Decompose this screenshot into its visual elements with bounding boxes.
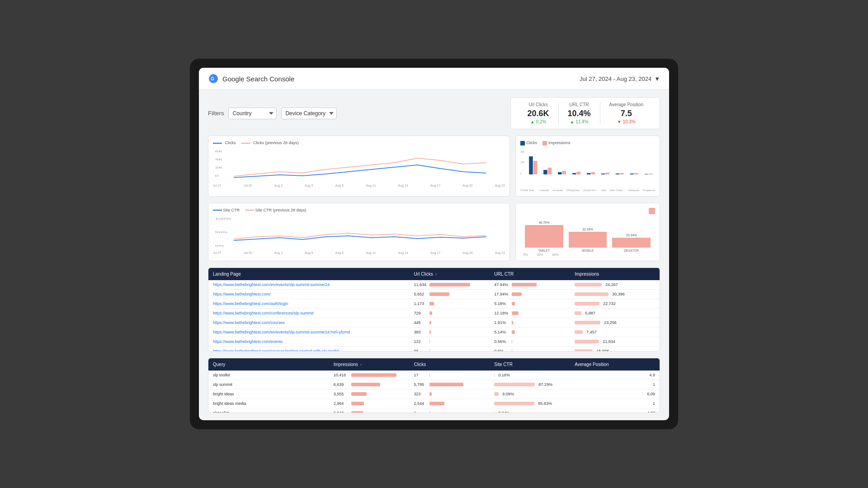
avg-pos-change: ▼ 10.3% (609, 119, 643, 124)
device-bars: 46.75% TABLET 32.28% MOBILE 20.34% (520, 216, 655, 252)
gsc-icon: G (208, 73, 219, 84)
url-ctr-metric: URL CTR 10.4% ▲ 11.4% (558, 102, 600, 124)
ctr-cell: 17.94% (494, 292, 575, 296)
svg-text:100%: 100% (215, 217, 231, 220)
country-x-labels: United Stat...CanadaAustraliaPhilippines… (520, 189, 655, 192)
table-row[interactable]: https://www.bethebrightest.com/ 5,652 17… (208, 290, 660, 299)
clicks-q-cell: 1 (414, 411, 495, 413)
svg-rect-25 (645, 174, 649, 174)
landing-page-cell: https://www.bethebrightest.com/ (213, 292, 414, 296)
avg-pos-col-header[interactable]: Average Position (575, 362, 655, 367)
table-row[interactable]: slptoolkit 2,848 1 0.04% 4.97 (208, 408, 660, 413)
svg-rect-17 (587, 173, 591, 174)
url-ctr-value: 10.4% (568, 109, 591, 118)
ctr-x-labels: Jul 27Jul 30Aug 2Aug 5Aug 8Aug 11Aug 14A… (213, 251, 505, 254)
date-range-picker[interactable]: Jul 27, 2024 - Aug 23, 2024 ▼ (580, 75, 660, 82)
clicks-cell: 383 (414, 330, 495, 334)
ctr-cell: 1.91% (494, 320, 575, 325)
url-ctr-change: ▲ 11.4% (568, 119, 591, 124)
impressions-cell: 21,834 (575, 339, 655, 344)
clicks-line-chart: Clicks Clicks (previous 28 days) 6K 4K 2… (208, 136, 510, 197)
landing-page-cell: https://www.bethebrightest.com/en/events… (213, 330, 414, 334)
table-row[interactable]: https://www.bethebrightest.com/courses 4… (208, 318, 660, 328)
date-range-text: Jul 27, 2024 - Aug 23, 2024 (580, 75, 651, 82)
impressions-q-cell: 3,555 (334, 392, 414, 396)
clicks-cell: 11,634 (414, 282, 495, 287)
table-row[interactable]: https://www.bethebrightest.com/courses/g… (208, 347, 660, 352)
url-clicks-metric: Url Clicks 20.6K ▲ 0.2% (518, 102, 558, 124)
landing-page-col-header[interactable]: Landing Page (213, 272, 414, 277)
query-table: Query Impressions ↑ Clicks Site CTR Aver… (208, 358, 660, 413)
filters-section: Filters Country United States Canada Aus… (208, 108, 337, 119)
landing-table-body: https://www.bethebrightest.com/en/events… (208, 280, 660, 352)
ctr-q-cell: 9.09% (494, 392, 575, 396)
table-row[interactable]: https://www.bethebrightest.com/en/events… (208, 280, 660, 290)
clicks-chart-area: 6K 4K 2K 0 (213, 147, 505, 183)
query-table-header: Query Impressions ↑ Clicks Site CTR Aver… (208, 358, 660, 371)
avg-pos-q-cell: 4.97 (575, 411, 655, 413)
query-cell: slp toolkit (213, 373, 334, 377)
filters-label: Filters (208, 110, 224, 117)
svg-rect-20 (605, 173, 609, 174)
clicks-q-col-header[interactable]: Clicks (414, 362, 495, 367)
clicks-chart-legend: Clicks Clicks (previous 28 days) (213, 141, 505, 145)
url-ctr-label: URL CTR (568, 102, 591, 107)
country-filter[interactable]: Country United States Canada Australia (228, 108, 277, 119)
impressions-q-cell: 2,964 (334, 401, 414, 406)
avg-position-metric: Average Position 7.5 ▼ 10.3% (600, 102, 652, 124)
impressions-col-header[interactable]: Impressions (575, 272, 655, 277)
impressions-cell: 23,256 (575, 320, 655, 325)
table-row[interactable]: https://www.bethebrightest.com/events 12… (208, 337, 660, 347)
table-row[interactable]: slp toolkit 10,416 17 0.16% 4.9 (208, 371, 660, 380)
ctr-cell: 0.56% (494, 339, 575, 344)
query-table-body: slp toolkit 10,416 17 0.16% 4.9 slp summ… (208, 371, 660, 413)
table-row[interactable]: slp summit 6,639 5,795 87.29% 1 (208, 380, 660, 389)
device-category-filter[interactable]: Device Category Desktop Mobile Tablet (281, 108, 337, 119)
table-row[interactable]: bright ideas media 2,964 2,544 85.83% 1 (208, 399, 660, 408)
svg-rect-26 (649, 174, 653, 174)
svg-text:0: 0 (520, 172, 522, 175)
avg-pos-value: 7.5 (609, 109, 643, 118)
query-cell: slp summit (213, 382, 334, 387)
impressions-cell: 7,457 (575, 330, 655, 334)
dropdown-icon: ▼ (654, 75, 660, 82)
landing-page-cell: https://www.bethebrightest.com/conferenc… (213, 311, 414, 315)
svg-rect-22 (620, 173, 624, 174)
landing-page-cell: https://www.bethebrightest.com/courses/g… (213, 349, 414, 352)
svg-rect-21 (616, 174, 620, 174)
svg-rect-18 (591, 172, 595, 174)
query-cell: bright ideas media (213, 401, 334, 406)
table-row[interactable]: https://www.bethebrightest.com/conferenc… (208, 309, 660, 318)
clicks-cell: 445 (414, 320, 495, 325)
svg-rect-24 (634, 173, 638, 174)
url-ctr-col-header[interactable]: URL CTR (494, 272, 575, 277)
ctr-q-cell: 0.16% (494, 373, 575, 377)
table-row[interactable]: bright ideas 3,555 323 9.09% 6.09 (208, 389, 660, 399)
table-row[interactable]: https://www.bethebrightest.com/auth/logi… (208, 299, 660, 309)
ctr-q-cell: 85.83% (494, 401, 575, 406)
landing-table-header: Landing Page Url Clicks ↑ URL CTR Impres… (208, 268, 660, 280)
site-ctr-col-header[interactable]: Site CTR (494, 362, 575, 367)
svg-text:6K: 6K (215, 150, 223, 153)
app-title: Google Search Console (222, 75, 294, 83)
ctr-cell: 5.18% (494, 301, 575, 306)
content-area: Filters Country United States Canada Aus… (199, 90, 669, 420)
svg-text:G: G (211, 76, 214, 81)
url-clicks-col-header[interactable]: Url Clicks ↑ (414, 272, 495, 277)
impressions-cell: 24,267 (575, 282, 655, 287)
country-chart-legend: Clicks Impressions (520, 141, 655, 145)
clicks-x-labels: Jul 27Jul 30Aug 2Aug 5Aug 8Aug 11Aug 14A… (213, 184, 505, 187)
url-clicks-value: 20.6K (527, 109, 549, 118)
filters-metrics-row: Filters Country United States Canada Aus… (208, 97, 660, 129)
impressions-q-cell: 2,848 (334, 411, 414, 413)
impressions-q-col-header[interactable]: Impressions ↑ (334, 362, 414, 367)
query-col-header[interactable]: Query (213, 362, 334, 367)
svg-rect-13 (558, 172, 562, 174)
svg-rect-9 (529, 156, 533, 174)
clicks-cell: 5,652 (414, 292, 495, 296)
svg-rect-10 (533, 161, 538, 174)
svg-rect-16 (577, 172, 581, 174)
table-row[interactable]: https://www.bethebrightest.com/en/events… (208, 328, 660, 337)
svg-text:50%: 50% (215, 230, 228, 234)
clicks-q-cell: 5,795 (414, 382, 495, 387)
